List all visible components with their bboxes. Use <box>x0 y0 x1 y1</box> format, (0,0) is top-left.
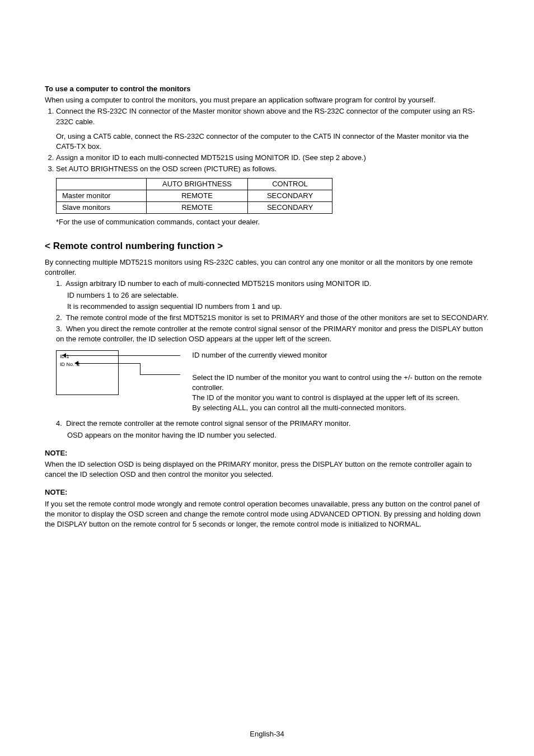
note2-label: NOTE: <box>45 487 489 497</box>
step-3: Set AUTO BRIGHTNESS on the OSD screen (P… <box>56 164 489 174</box>
section1-heading: To use a computer to control the monitor… <box>45 84 489 94</box>
connector-line <box>140 374 180 375</box>
cell: SECONDARY <box>248 201 332 213</box>
osd-diagram: ID:1 ID No. :2 ID number of the currentl… <box>56 350 489 414</box>
table-row: Slave monitors REMOTE SECONDARY <box>57 201 332 213</box>
step-1: Connect the RS-232C IN connector of the … <box>56 106 489 152</box>
table-row: Master monitor REMOTE SECONDARY <box>57 190 332 201</box>
cell: SECONDARY <box>248 190 332 201</box>
connector-line <box>66 355 180 356</box>
note1-label: NOTE: <box>45 448 489 458</box>
cell: REMOTE <box>147 190 248 201</box>
caption-id-select-c: By selecting ALL, you can control all th… <box>192 403 489 413</box>
caption-id-current: ID number of the currently viewed monito… <box>192 350 489 360</box>
s2-step1b: ID numbers 1 to 26 are selectable. <box>45 290 489 300</box>
s2-step3-text: When you direct the remote controller at… <box>56 325 483 343</box>
s2-step4a-text: Direct the remote controller at the remo… <box>66 419 350 428</box>
note1-text: When the ID selection OSD is being displ… <box>45 459 489 480</box>
section2-heading: < Remote control numbering function > <box>45 240 489 253</box>
connector-line <box>140 363 140 374</box>
section1-steps: Connect the RS-232C IN connector of the … <box>56 106 489 174</box>
page-footer: English-34 <box>0 729 534 739</box>
col-auto-brightness: AUTO BRIGHTNESS <box>147 178 248 190</box>
section1-intro: When using a computer to control the mon… <box>45 95 489 105</box>
col-blank <box>57 178 147 190</box>
cell: REMOTE <box>147 201 248 213</box>
table-row: AUTO BRIGHTNESS CONTROL <box>57 178 332 190</box>
s2-step2: 2. The remote control mode of the first … <box>45 313 489 323</box>
s2-step4a: 4. Direct the remote controller at the r… <box>45 419 489 429</box>
s2-step1-text: Assign arbitrary ID number to each of mu… <box>65 279 371 288</box>
diagram-captions: ID number of the currently viewed monito… <box>192 350 489 414</box>
step-1b-text: Or, using a CAT5 cable, connect the RS-2… <box>56 132 469 151</box>
s2-step1: 1. Assign arbitrary ID number to each of… <box>45 279 489 289</box>
connector-line <box>78 363 140 364</box>
brightness-table: AUTO BRIGHTNESS CONTROL Master monitor R… <box>56 178 332 214</box>
section1-footnote: *For the use of communication commands, … <box>45 217 489 227</box>
s2-step2-text: The remote control mode of the first MDT… <box>66 313 489 322</box>
step-1-text: Connect the RS-232C IN connector of the … <box>56 107 475 125</box>
cell: Master monitor <box>57 190 147 201</box>
arrow-icon <box>74 361 78 365</box>
caption-id-select: Select the ID number of the monitor you … <box>192 373 489 393</box>
note2-text: If you set the remote control mode wrong… <box>45 499 489 530</box>
caption-id-select-b: The ID of the monitor you want to contro… <box>192 393 489 403</box>
diagram-connectors <box>119 350 119 394</box>
manual-page: To use a computer to control the monitor… <box>0 0 534 756</box>
cell: Slave monitors <box>57 201 147 213</box>
s2-step4b: OSD appears on the monitor having the ID… <box>45 430 489 440</box>
col-control: CONTROL <box>248 178 332 190</box>
s2-step3: 3. When you direct the remote controller… <box>45 324 489 344</box>
step-2: Assign a monitor ID to each multi-connec… <box>56 153 489 163</box>
s2-step1c: It is recommended to assign sequential I… <box>45 302 489 312</box>
section2-intro: By connecting multiple MDT521S monitors … <box>45 257 489 278</box>
arrow-icon <box>62 353 66 358</box>
